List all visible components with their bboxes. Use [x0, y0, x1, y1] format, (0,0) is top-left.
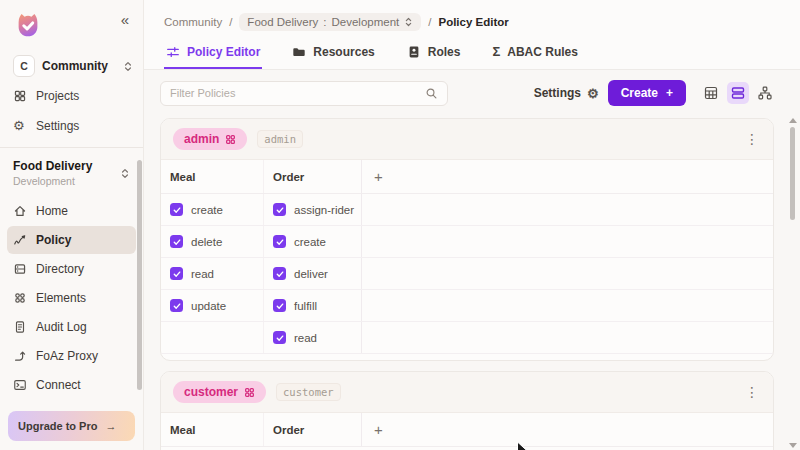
checkbox-checked[interactable] [170, 203, 183, 216]
table-grid-icon [703, 85, 719, 101]
role-grid-icon [225, 134, 236, 145]
add-resource-button[interactable]: + [374, 168, 383, 185]
role-key-tag: admin [257, 130, 303, 148]
checkbox-checked[interactable] [170, 267, 183, 280]
breadcrumb-separator: / [428, 16, 431, 28]
roles-badge-icon [407, 45, 421, 59]
main-panel: Community / Food Delivery : Development … [144, 0, 800, 450]
permission-row: create assign-rider [161, 194, 773, 226]
chevron-up-down-icon [120, 168, 130, 179]
toolbar-right-group: Settings ⚙ Create + [534, 80, 776, 106]
resource-column-header[interactable]: Order [263, 160, 361, 193]
role-grid-icon [244, 387, 255, 398]
role-name: customer [184, 385, 238, 399]
scrollbar-down-arrow[interactable] [789, 443, 797, 448]
tab-resources[interactable]: Resources [290, 35, 376, 69]
org-name: Community [42, 59, 116, 73]
role-pill-admin[interactable]: admin [173, 128, 247, 150]
sliders-icon [166, 45, 180, 59]
audit-log-icon [13, 320, 27, 334]
add-resource-button[interactable]: + [374, 421, 383, 438]
sidebar-item-policy[interactable]: Policy [7, 226, 136, 254]
action-label: read [294, 332, 317, 344]
sidebar-item-projects[interactable]: Projects [0, 81, 143, 111]
breadcrumb-project: Food Delivery [247, 16, 318, 28]
resource-column-header[interactable]: Order [263, 413, 361, 446]
breadcrumb-environment: Development [332, 16, 400, 28]
view-hierarchy-button[interactable] [754, 82, 776, 104]
org-switcher[interactable]: C Community [13, 55, 133, 77]
permit-logo-icon [13, 10, 43, 40]
check-icon [172, 237, 182, 247]
gear-icon: ⚙ [587, 87, 599, 100]
checkbox-checked[interactable] [273, 299, 286, 312]
action-label: deliver [294, 268, 328, 280]
checkbox-checked[interactable] [170, 235, 183, 248]
sidebar-item-label: Connect [36, 378, 81, 392]
tab-abac-rules[interactable]: Σ ABAC Rules [490, 35, 580, 69]
sidebar-item-connect[interactable]: Connect [7, 371, 136, 399]
kebab-menu-icon[interactable]: ⋮ [743, 132, 761, 146]
policy-signature-icon [13, 233, 27, 247]
policy-card-customer: customer customer ⋮ Meal Order + [160, 371, 774, 450]
sigma-icon: Σ [492, 46, 500, 58]
main-header: Community / Food Delivery : Development … [144, 0, 800, 70]
permission-row: update fulfill [161, 290, 773, 322]
resource-header-row: Meal Order + [161, 160, 773, 194]
action-label: delete [191, 236, 222, 248]
checkbox-checked[interactable] [273, 203, 286, 216]
folder-icon [292, 45, 306, 59]
sidebar-item-audit-log[interactable]: Audit Log [7, 313, 136, 341]
sidebar-item-elements[interactable]: Elements [7, 284, 136, 312]
policy-card-admin: admin admin ⋮ Meal Order + create assign… [160, 118, 774, 361]
app-window: « C Community Projects ⚙ Settings Food D… [0, 0, 800, 450]
resource-column-header[interactable]: Meal [161, 160, 263, 193]
checkbox-checked[interactable] [170, 299, 183, 312]
view-list-button[interactable] [727, 82, 749, 104]
connect-terminal-icon [13, 378, 27, 392]
filter-policies-input[interactable] [170, 87, 425, 99]
sidebar-item-settings[interactable]: ⚙ Settings [0, 111, 143, 141]
tab-roles[interactable]: Roles [405, 35, 463, 69]
policy-list: admin admin ⋮ Meal Order + create assign… [144, 114, 800, 450]
gear-icon: ⚙ [13, 119, 27, 133]
settings-label: Settings [534, 86, 581, 100]
tab-policy-editor[interactable]: Policy Editor [164, 35, 262, 69]
policy-settings-button[interactable]: Settings ⚙ [534, 86, 599, 100]
org-avatar: C [13, 55, 35, 77]
sidebar-item-directory[interactable]: Directory [7, 255, 136, 283]
sidebar-collapse-icon[interactable]: « [117, 10, 133, 30]
kebab-menu-icon[interactable]: ⋮ [743, 385, 761, 399]
tab-label: Roles [428, 45, 461, 59]
sidebar-item-foaz-proxy[interactable]: FoAz Proxy [7, 342, 136, 370]
create-label: Create [621, 86, 658, 100]
action-label: create [191, 204, 223, 216]
resource-column-header[interactable]: Meal [161, 413, 263, 446]
scrollbar-thumb[interactable] [790, 127, 795, 220]
workspace-name: Food Delivery [13, 159, 92, 173]
breadcrumb-page: Policy Editor [438, 16, 508, 28]
check-icon [172, 205, 182, 215]
content-scrollbar[interactable] [788, 118, 797, 448]
sidebar-scrollbar[interactable] [137, 160, 142, 390]
check-icon [275, 269, 285, 279]
sidebar-item-label: Directory [36, 262, 84, 276]
workspace-switcher[interactable]: Food Delivery Development [0, 148, 143, 193]
checkbox-checked[interactable] [273, 267, 286, 280]
check-icon [275, 333, 285, 343]
checkbox-checked[interactable] [273, 331, 286, 344]
upgrade-to-pro-button[interactable]: Upgrade to Pro → [8, 411, 135, 441]
checkbox-checked[interactable] [273, 235, 286, 248]
breadcrumb-org[interactable]: Community [164, 16, 222, 28]
role-pill-customer[interactable]: customer [173, 381, 266, 403]
check-icon [172, 269, 182, 279]
view-mode-switcher [700, 82, 776, 104]
permission-row: read deliver [161, 258, 773, 290]
scrollbar-up-arrow[interactable] [789, 118, 797, 123]
view-table-button[interactable] [700, 82, 722, 104]
breadcrumb-project-env-selector[interactable]: Food Delivery : Development [239, 13, 421, 31]
sidebar-item-home[interactable]: Home [7, 197, 136, 225]
action-label: create [294, 236, 326, 248]
action-label: fulfill [294, 300, 317, 312]
create-button[interactable]: Create + [608, 80, 686, 106]
